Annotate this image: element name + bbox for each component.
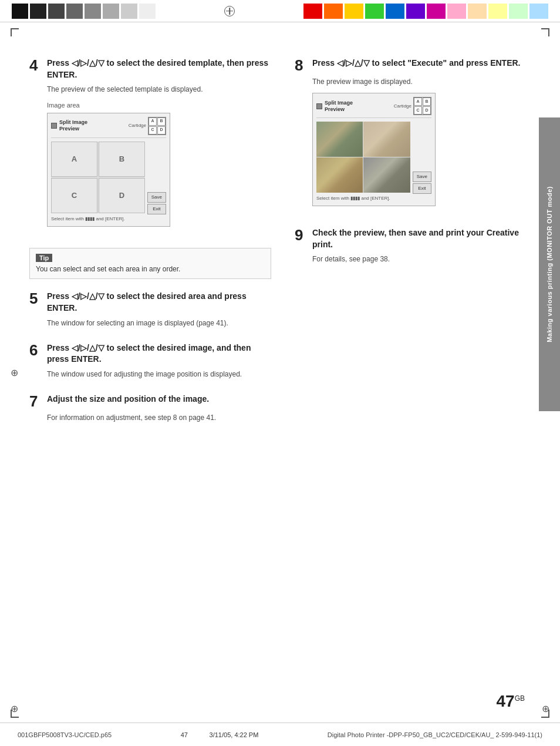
step-4-header: 4 Press ◁/▷/△/▽ to select the desired te… <box>29 58 271 80</box>
photo-cell-1 <box>316 122 363 157</box>
screenshot-body-step4: A B C D Select item with ▮▮▮▮ and [ENTER… <box>51 142 166 223</box>
tip-label: Tip <box>36 254 52 262</box>
screenshot-title-step8: Split ImagePreview <box>325 100 353 113</box>
step-8: 8 Press ◁/▷/△/▽ to select "Execute" and … <box>295 58 537 213</box>
step-8-number: 8 <box>295 58 308 73</box>
top-bar-center <box>156 4 303 18</box>
step-4-title: Press ◁/▷/△/▽ to select the desired temp… <box>47 58 271 80</box>
crosshair-icon-top <box>224 6 235 16</box>
step-6-title: Press ◁/▷/△/▽ to select the desired imag… <box>47 342 271 365</box>
photo-cell-2 <box>363 122 410 157</box>
step-7: 7 Adjust the size and position of the im… <box>29 394 271 423</box>
color-block-6 <box>103 4 119 19</box>
step-7-title: Adjust the size and position of the imag… <box>47 394 209 405</box>
step-8-header: 8 Press ◁/▷/△/▽ to select "Execute" and … <box>295 58 537 73</box>
cartridge-cell-step8-C: C <box>414 106 422 115</box>
step-9-header: 9 Check the preview, then save and print… <box>295 227 537 250</box>
image-grid-step4: A B C D <box>51 142 145 213</box>
page-suffix: GB <box>515 694 525 703</box>
color-block-2 <box>30 4 46 19</box>
screenshot-inner-step8: Split ImagePreview Cartidge A B C <box>312 93 537 213</box>
step-4-body-text: The preview of the selected template is … <box>47 85 203 93</box>
color-block-r5 <box>386 4 404 19</box>
page-number-area: 47GB <box>497 692 525 711</box>
cartridge-grid-step4: A B C D <box>148 117 166 135</box>
step-6: 6 Press ◁/▷/△/▽ to select the desired im… <box>29 342 271 379</box>
color-block-r1 <box>303 4 322 19</box>
cartridge-cell-D: D <box>157 126 166 135</box>
color-block-r9 <box>468 4 487 19</box>
left-column: 4 Press ◁/▷/△/▽ to select the desired te… <box>29 58 271 437</box>
sidebar-text-label: Making various printing (MONITOR OUT mod… <box>546 186 553 342</box>
step-9-title: Check the preview, then save and print y… <box>312 227 537 250</box>
color-block-r4 <box>365 4 384 19</box>
screenshot-status-step4: Select item with ▮▮▮▮ and [ENTER]. <box>51 216 145 223</box>
step-6-header: 6 Press ◁/▷/△/▽ to select the desired im… <box>29 342 271 365</box>
color-block-r2 <box>324 4 343 19</box>
step-5-title: Press ◁/▷/△/▽ to select the desired area… <box>47 291 271 314</box>
screenshot-inner-step4: Split ImagePreview Cartidge A B C <box>47 113 271 234</box>
corner-mark-tl <box>11 28 19 36</box>
bottom-page-num: 47 <box>181 731 188 738</box>
step-8-body-text: The preview image is displayed. <box>312 78 413 86</box>
color-block-r8 <box>447 4 466 19</box>
color-block-r6 <box>406 4 425 19</box>
photo-cell-3 <box>316 157 363 193</box>
screenshot-box-step8: Split ImagePreview Cartidge A B C <box>312 93 436 206</box>
color-block-3 <box>48 4 65 19</box>
step-8-body: The preview image is displayed. Split Im… <box>312 76 537 213</box>
color-block-r11 <box>509 4 528 19</box>
bottom-crosshair-right: ⊕ <box>542 704 549 714</box>
screenshot-header-step8: Split ImagePreview Cartidge A B C <box>316 97 431 118</box>
photo-grid-step8 <box>316 122 410 193</box>
step-9: 9 Check the preview, then save and print… <box>295 227 537 264</box>
cartridge-cell-B: B <box>157 117 166 126</box>
step-4-number: 4 <box>29 58 42 73</box>
step-9-number: 9 <box>295 227 308 243</box>
color-block-5 <box>85 4 101 19</box>
cartridge-cell-step8-D: D <box>423 106 431 115</box>
cartridge-label-step4: Cartidge <box>129 122 146 129</box>
step-5-header: 5 Press ◁/▷/△/▽ to select the desired ar… <box>29 291 271 314</box>
color-block-7 <box>121 4 137 19</box>
image-area-label: Image area <box>47 100 271 110</box>
corner-mark-tr <box>541 28 549 36</box>
right-column: 8 Press ◁/▷/△/▽ to select "Execute" and … <box>295 58 537 437</box>
image-cell-A: A <box>51 142 97 177</box>
step-7-number: 7 <box>29 394 42 409</box>
color-block-r12 <box>529 4 548 19</box>
step-8-title: Press ◁/▷/△/▽ to select "Execute" and pr… <box>312 58 521 69</box>
bottom-crosshair-left: ⊕ <box>11 704 18 714</box>
cartridge-area-step8: Cartidge A B C D <box>394 97 431 115</box>
crosshair-bottom-right-icon: ⊕ <box>542 704 549 714</box>
image-cell-C: C <box>51 178 97 213</box>
printer-icon-step8 <box>316 103 322 109</box>
screenshot-step4: Split ImagePreview Cartidge A B C <box>47 113 271 234</box>
page-number: 47 <box>497 692 515 710</box>
step-5: 5 Press ◁/▷/△/▽ to select the desired ar… <box>29 291 271 328</box>
tip-box: Tip You can select and set each area in … <box>29 248 271 280</box>
color-block-4 <box>66 4 83 19</box>
image-cell-B: B <box>99 142 145 177</box>
step-6-body-text: The window used for adjusting the image … <box>47 370 242 378</box>
action-btns-step4: Save Exit <box>147 142 166 214</box>
screenshot-box-step4: Split ImagePreview Cartidge A B C <box>47 113 170 227</box>
color-block-r10 <box>488 4 507 19</box>
crosshair-bottom-left-icon: ⊕ <box>11 704 18 714</box>
screenshot-step8: Split ImagePreview Cartidge A B C <box>312 93 537 213</box>
screenshot-status-step8: Select item with ▮▮▮▮ and [ENTER]. <box>316 195 410 202</box>
top-color-bar <box>0 0 560 22</box>
step-7-header: 7 Adjust the size and position of the im… <box>29 394 271 409</box>
right-color-blocks <box>303 4 548 18</box>
image-area-grid-wrapper: A B C D Select item with ▮▮▮▮ and [ENTER… <box>51 142 145 223</box>
cartridge-label-step8: Cartidge <box>394 103 411 110</box>
cartridge-cell-step8-B: B <box>423 98 431 106</box>
exit-btn-step4: Exit <box>147 204 166 214</box>
color-block-r7 <box>427 4 446 19</box>
color-block-8 <box>139 4 156 19</box>
color-block-r3 <box>345 4 363 19</box>
bottom-date: 3/11/05, 4:22 PM <box>210 731 259 738</box>
color-block-1 <box>12 4 28 19</box>
screenshot-header-step4: Split ImagePreview Cartidge A B C <box>51 117 166 138</box>
left-color-blocks <box>12 4 156 18</box>
